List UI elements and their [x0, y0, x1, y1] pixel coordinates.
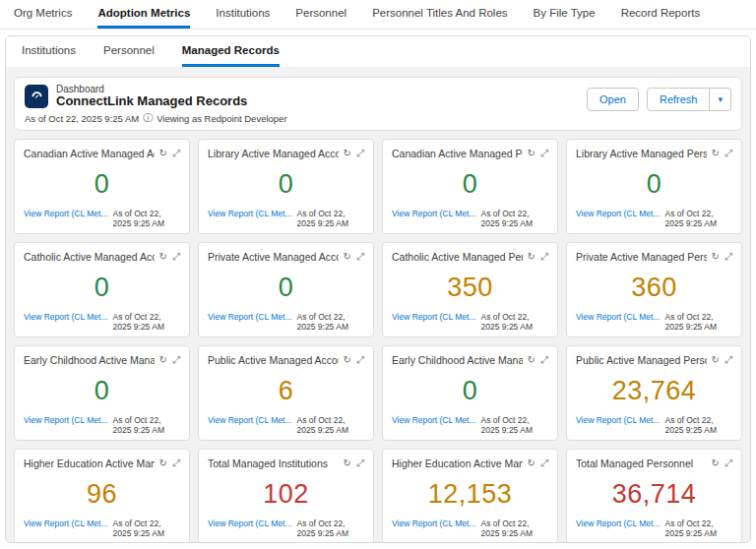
metric-card-title: Catholic Active Managed Perso...: [392, 251, 523, 263]
refresh-icon[interactable]: ↻: [344, 149, 351, 158]
dashboard-header: Dashboard ConnectLink Managed Records As…: [14, 77, 742, 131]
view-report-link[interactable]: View Report (CL Met...: [392, 415, 476, 425]
view-report-link[interactable]: View Report (CL Met...: [208, 209, 292, 218]
expand-icon[interactable]: ⤢: [540, 252, 548, 262]
view-report-link[interactable]: View Report (CL Met...: [576, 312, 661, 322]
expand-icon[interactable]: ⤢: [724, 458, 732, 468]
dashboard-title: ConnectLink Managed Records: [56, 94, 247, 108]
top-nav-tab[interactable]: By File Type: [534, 0, 596, 29]
metric-card-title: Total Managed Personnel: [576, 458, 707, 469]
expand-icon[interactable]: ⤢: [172, 252, 180, 262]
dashboard-area: Dashboard ConnectLink Managed Records As…: [6, 69, 750, 542]
refresh-icon[interactable]: ↻: [159, 252, 167, 262]
top-nav-tab[interactable]: Institutions: [216, 0, 270, 29]
metric-card: Public Active Managed Accounts ↻ ⤢ 6 Vie…: [198, 345, 374, 441]
expand-icon[interactable]: ⤢: [540, 355, 548, 365]
view-report-link[interactable]: View Report (CL Met...: [576, 209, 661, 218]
view-report-link[interactable]: View Report (CL Met...: [392, 312, 476, 322]
refresh-icon[interactable]: ↻: [528, 355, 536, 365]
expand-icon[interactable]: ⤢: [356, 355, 364, 365]
metric-card-title: Canadian Active Managed Acc...: [24, 148, 155, 159]
card-grid: Canadian Active Managed Acc... ↻ ⤢ 0 Vie…: [14, 139, 742, 542]
metric-card: Higher Education Active Manag... ↻ ⤢ 12,…: [382, 449, 558, 542]
metric-card: Early Childhood Active Manage... ↻ ⤢ 0 V…: [14, 345, 190, 441]
sub-nav-tab[interactable]: Institutions: [22, 36, 76, 67]
refresh-icon[interactable]: ↻: [528, 458, 536, 468]
metric-card: Library Active Managed Person... ↻ ⤢ 0 V…: [566, 139, 742, 234]
view-report-link[interactable]: View Report (CL Met...: [208, 415, 292, 425]
refresh-button[interactable]: Refresh: [647, 88, 711, 111]
expand-icon[interactable]: ⤢: [540, 458, 548, 468]
refresh-icon[interactable]: ↻: [712, 355, 720, 365]
expand-icon[interactable]: ⤢: [724, 252, 732, 262]
view-report-link[interactable]: View Report (CL Met...: [24, 415, 108, 425]
metric-card-title: Higher Education Active Manag...: [392, 458, 523, 469]
open-button[interactable]: Open: [587, 88, 639, 111]
view-report-link[interactable]: View Report (CL Met...: [208, 312, 292, 322]
metric-value: 23,764: [576, 366, 732, 415]
expand-icon[interactable]: ⤢: [356, 252, 364, 262]
metric-value: 0: [24, 159, 180, 209]
view-report-link[interactable]: View Report (CL Met...: [24, 518, 108, 528]
top-nav-tab[interactable]: Org Metrics: [14, 0, 72, 29]
top-nav-tab[interactable]: Record Reports: [621, 0, 701, 29]
metric-card-title: Library Active Managed Accounts: [208, 148, 339, 159]
metric-value: 0: [208, 263, 364, 312]
refresh-icon[interactable]: ↻: [159, 458, 167, 468]
refresh-icon[interactable]: ↻: [528, 149, 536, 158]
card-as-of-text: As of Oct 22, 2025 9:25 AM: [297, 415, 364, 435]
refresh-dropdown-button[interactable]: ▾: [710, 88, 731, 111]
refresh-icon[interactable]: ↻: [344, 355, 351, 365]
expand-icon[interactable]: ⤢: [724, 149, 732, 158]
metric-card: Catholic Active Managed Perso... ↻ ⤢ 350…: [382, 242, 558, 337]
metric-value: 102: [208, 469, 364, 518]
top-nav-tab[interactable]: Personnel: [295, 0, 346, 29]
card-as-of-text: As of Oct 22, 2025 9:25 AM: [481, 312, 548, 332]
refresh-icon[interactable]: ↻: [344, 252, 351, 262]
expand-icon[interactable]: ⤢: [724, 355, 732, 365]
sub-nav-tab[interactable]: Managed Records: [182, 36, 280, 67]
refresh-icon[interactable]: ↻: [712, 149, 720, 158]
refresh-icon[interactable]: ↻: [344, 458, 351, 468]
dashboard-icon: [25, 85, 48, 108]
view-report-link[interactable]: View Report (CL Met...: [392, 209, 476, 218]
expand-icon[interactable]: ⤢: [172, 149, 180, 158]
card-as-of-text: As of Oct 22, 2025 9:25 AM: [665, 312, 732, 332]
view-report-link[interactable]: View Report (CL Met...: [576, 415, 661, 425]
card-as-of-text: As of Oct 22, 2025 9:25 AM: [113, 209, 180, 228]
refresh-icon[interactable]: ↻: [712, 458, 720, 468]
refresh-icon[interactable]: ↻: [159, 149, 167, 158]
expand-icon[interactable]: ⤢: [356, 458, 364, 468]
metric-card-title: Early Childhood Active Manage...: [24, 354, 155, 366]
metric-card: Total Managed Personnel ↻ ⤢ 36,714 View …: [566, 449, 742, 542]
metric-card: Canadian Active Managed Pers... ↻ ⤢ 0 Vi…: [382, 139, 558, 234]
info-icon[interactable]: ⓘ: [143, 111, 153, 125]
top-nav-tab[interactable]: Adoption Metrics: [97, 0, 190, 29]
metric-value: 96: [24, 469, 180, 518]
expand-icon[interactable]: ⤢: [172, 458, 180, 468]
view-report-link[interactable]: View Report (CL Met...: [24, 312, 108, 322]
metric-card: Total Managed Institutions ↻ ⤢ 102 View …: [198, 449, 374, 542]
expand-icon[interactable]: ⤢: [540, 149, 548, 158]
card-as-of-text: As of Oct 22, 2025 9:25 AM: [113, 312, 180, 332]
refresh-icon[interactable]: ↻: [712, 252, 720, 262]
metric-value: 0: [24, 263, 180, 312]
expand-icon[interactable]: ⤢: [356, 149, 364, 158]
metric-value: 360: [576, 263, 732, 312]
view-report-link[interactable]: View Report (CL Met...: [392, 518, 476, 528]
metric-value: 0: [208, 159, 364, 209]
metric-card-title: Catholic Active Managed Accou...: [24, 251, 155, 263]
card-as-of-text: As of Oct 22, 2025 9:25 AM: [481, 518, 548, 538]
expand-icon[interactable]: ⤢: [172, 355, 180, 365]
refresh-icon[interactable]: ↻: [159, 355, 167, 365]
metric-value: 12,153: [392, 469, 548, 518]
metric-card: Canadian Active Managed Acc... ↻ ⤢ 0 Vie…: [14, 139, 190, 234]
view-report-link[interactable]: View Report (CL Met...: [576, 518, 661, 528]
card-as-of-text: As of Oct 22, 2025 9:25 AM: [665, 415, 732, 435]
view-report-link[interactable]: View Report (CL Met...: [24, 209, 108, 218]
view-report-link[interactable]: View Report (CL Met...: [208, 518, 292, 528]
page-container: InstitutionsPersonnelManaged Records Das…: [5, 35, 751, 543]
refresh-icon[interactable]: ↻: [528, 252, 536, 262]
sub-nav-tab[interactable]: Personnel: [103, 36, 155, 67]
top-nav-tab[interactable]: Personnel Titles And Roles: [372, 0, 507, 29]
